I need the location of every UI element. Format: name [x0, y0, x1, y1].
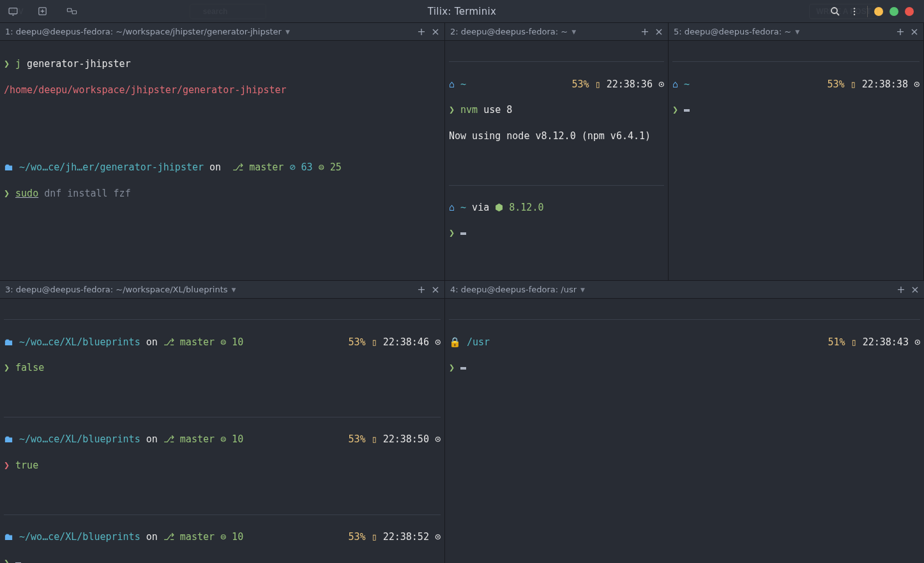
pane3-on1: on [140, 336, 163, 348]
pane4-time: 22:38:43 [863, 336, 909, 348]
pane3-stash3: 10 [226, 531, 243, 543]
clock-icon: ⊙ [914, 336, 920, 348]
pane3-t3: 22:38:52 [383, 531, 429, 543]
pane5-pct: 53% [828, 79, 845, 90]
pane1-tab-bar: 1: deepu@deepus-fedora: ~/workspace/jhip… [0, 23, 444, 41]
sync-screens-icon[interactable] [63, 3, 80, 20]
chevron-down-icon[interactable]: ▼ [232, 287, 236, 293]
chevron-down-icon[interactable]: ▼ [580, 287, 585, 293]
cursor [460, 232, 466, 235]
behind-icon: ⊘ [289, 161, 295, 174]
battery-icon: ▯ [851, 336, 857, 348]
pane4-close-button[interactable]: × [910, 285, 920, 295]
chevron-down-icon[interactable]: ▼ [795, 29, 799, 35]
terminal-pane-3[interactable]: 3: deepu@deepus-fedora: ~/workspace/XL/b… [0, 281, 445, 563]
lock-icon: 🔒 [449, 336, 461, 348]
terminal-pane-1[interactable]: 1: deepu@deepus-fedora: ~/workspace/jhip… [0, 23, 445, 281]
pane2-close-button[interactable]: × [654, 27, 664, 37]
pane3-branch3: master [180, 531, 215, 543]
pane2-tilde2: ~ [460, 201, 466, 214]
terminal-pane-4[interactable]: 4: deepu@deepus-fedora: /usr ▼ + × 🔒 /us… [445, 281, 924, 563]
pane4-terminal[interactable]: 🔒 /usr51% ▯ 22:38:43 ⊙ ❯ [445, 299, 924, 563]
branch-icon: ⎇ [163, 336, 174, 348]
pane1-prompt-dir: ~/wo…ce/jh…er/generator-jhipster [19, 161, 204, 174]
pane5-add-button[interactable]: + [895, 27, 905, 37]
session-icon[interactable] [4, 3, 22, 20]
svg-rect-3 [72, 11, 76, 14]
terminal-pane-2[interactable]: 2: deepu@deepus-fedora: ~ ▼ + × ⌂ ~53% ▯… [445, 23, 669, 281]
pane2-terminal[interactable]: ⌂ ~53% ▯ 22:38:36 ⊙ ❯ nvm use 8 Now usin… [445, 41, 668, 280]
chevron-down-icon[interactable]: ▼ [285, 29, 290, 35]
battery-icon: ▯ [595, 79, 601, 90]
new-window-icon[interactable] [33, 3, 51, 20]
pane3-dir2: ~/wo…ce/XL/blueprints [19, 433, 140, 445]
prompt-icon: ❯ [4, 57, 10, 70]
cursor [684, 109, 690, 112]
home-icon: ⌂ [672, 79, 678, 90]
package-icon: ⬢ [495, 201, 503, 214]
pane3-pct1: 53% [349, 336, 366, 348]
pane3-add-button[interactable]: + [416, 285, 427, 295]
pane1-on: on [204, 161, 227, 174]
divider [449, 61, 664, 62]
chevron-down-icon[interactable]: ▼ [572, 29, 576, 35]
pane2-cmd: nvm [460, 103, 478, 116]
battery-icon: ▯ [851, 79, 856, 90]
pane4-add-button[interactable]: + [896, 285, 906, 295]
pane5-terminal[interactable]: ⌂ ~53% ▯ 22:38:38 ⊙ ❯ [669, 41, 923, 280]
pane3-branch1: master [180, 336, 215, 348]
title-bar-left-icons [0, 0, 80, 22]
pane2-node-ver: 8.12.0 [509, 201, 543, 214]
pane2-via: via [466, 201, 495, 214]
pane3-pct3: 53% [349, 531, 366, 543]
pane2-time: 22:38:36 [607, 79, 653, 90]
pane1-tab-title: 1: deepu@deepus-fedora: ~/workspace/jhip… [5, 27, 282, 36]
pane2-add-button[interactable]: + [640, 27, 650, 37]
pane3-dir1: ~/wo…ce/XL/blueprints [19, 336, 140, 348]
pane3-cmd2: true [15, 459, 38, 472]
divider [672, 61, 920, 62]
terminal-pane-5[interactable]: 5: deepu@deepus-fedora: ~ ▼ + × ⌂ ~53% ▯… [669, 23, 924, 281]
window-title: Tilix: Terminix [428, 6, 496, 17]
title-bar: DEV search WRITE A POST Tilix: Terminix [0, 0, 924, 23]
clock-icon: ⊙ [435, 336, 441, 348]
pane1-terminal[interactable]: ❯ j generator-jhipster /home/deepu/works… [0, 41, 444, 280]
stash-icon: ⊜ [220, 336, 226, 348]
pane2-tab-bar: 2: deepu@deepus-fedora: ~ ▼ + × [445, 23, 668, 41]
pane4-tab-bar: 4: deepu@deepus-fedora: /usr ▼ + × [445, 281, 924, 299]
svg-rect-0 [9, 8, 17, 14]
pane2-cmd-arg: use 8 [478, 103, 512, 116]
pane3-t1: 22:38:46 [383, 336, 429, 348]
stash-icon: ⊜ [220, 433, 226, 445]
pane4-pct: 51% [828, 336, 845, 348]
pane3-cmd1: false [15, 361, 44, 374]
prompt-icon: ❯ [449, 361, 455, 374]
stash-icon: ⊜ [220, 531, 226, 543]
pane5-tab-bar: 5: deepu@deepus-fedora: ~ ▼ + × [669, 23, 923, 41]
branch-icon: ⎇ [163, 531, 174, 543]
divider [449, 185, 664, 186]
prompt-icon: ❯ [449, 227, 455, 239]
divider [4, 514, 441, 515]
pane3-stash2: 10 [226, 433, 243, 445]
pane2-output: Now using node v8.12.0 (npm v6.4.1) [449, 130, 651, 142]
home-icon: ⌂ [449, 201, 455, 214]
pane1-add-button[interactable]: + [416, 27, 427, 37]
pane4-dir: /usr [467, 336, 490, 348]
pane5-close-button[interactable]: × [909, 27, 920, 37]
battery-icon: ▯ [372, 433, 377, 445]
pane1-cmd1-arg: generator-jhipster [21, 57, 131, 70]
pane1-cmd1-pre: j [15, 57, 21, 70]
clock-icon: ⊙ [435, 531, 441, 543]
clock-icon: ⊙ [435, 433, 441, 445]
clock-icon: ⊙ [914, 79, 920, 90]
pane3-close-button[interactable]: × [430, 285, 441, 295]
prompt-icon: ❯ [449, 103, 455, 116]
pane3-dir3: ~/wo…ce/XL/blueprints [19, 531, 140, 543]
battery-icon: ▯ [372, 336, 377, 348]
cursor [460, 367, 466, 370]
prompt-icon: ❯ [4, 557, 10, 564]
pane3-terminal[interactable]: 🖿 ~/wo…ce/XL/blueprints on ⎇ master ⊜ 10… [0, 299, 444, 563]
pane3-tab-bar: 3: deepu@deepus-fedora: ~/workspace/XL/b… [0, 281, 444, 299]
pane1-close-button[interactable]: × [430, 27, 441, 37]
